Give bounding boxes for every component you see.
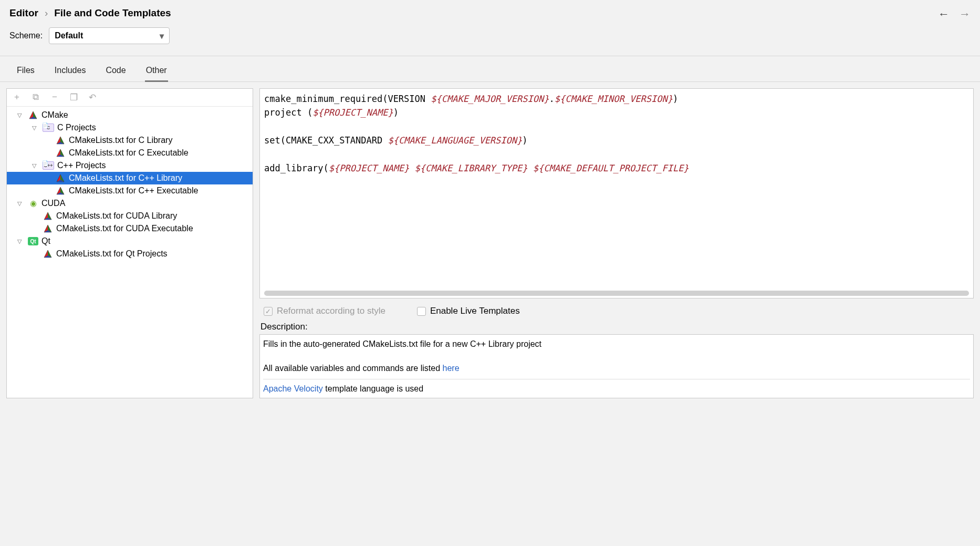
cmake-icon (55, 148, 66, 158)
tab-files[interactable]: Files (16, 63, 36, 81)
live-templates-label: Enable Live Templates (430, 306, 520, 316)
clone-icon[interactable]: ⧉ (31, 92, 40, 103)
tree-label: CMakeLists.txt for CUDA Executable (56, 224, 193, 233)
tree-label: CMakeLists.txt for C Library (69, 136, 172, 145)
tabs: Files Includes Code Other (0, 56, 980, 82)
tree-label: C++ Projects (57, 161, 106, 170)
cmake-icon (43, 249, 53, 259)
cpp-project-icon: 📄C++ (43, 161, 54, 170)
checkbox-icon[interactable] (417, 307, 426, 316)
nvidia-icon: ◉ (28, 199, 38, 208)
revert-icon[interactable]: ↶ (88, 92, 97, 103)
variables-here-link[interactable]: here (443, 364, 460, 373)
description-line2: All available variables and commands are… (263, 362, 970, 374)
tree-label: C Projects (57, 123, 96, 132)
tree-label: Qt (41, 236, 50, 246)
tree-label: CMakeLists.txt for Qt Projects (56, 249, 168, 259)
description-line1: Fills in the auto-generated CMakeLists.t… (263, 338, 970, 350)
template-tree: ▽ CMake ▽ 📄C C Projects CMakeLists.txt f… (7, 107, 253, 262)
tree-node-qt[interactable]: ▽ Qt Qt (7, 235, 253, 248)
nav-forward-icon: → (959, 7, 971, 21)
chevron-down-icon: ▽ (17, 238, 25, 245)
nav-back-icon[interactable]: ← (938, 7, 950, 21)
chevron-down-icon: ▽ (17, 112, 25, 119)
tree-label: CMake (41, 110, 68, 120)
description-label: Description: (259, 322, 974, 334)
tree-item-cuda-executable[interactable]: ▽ CMakeLists.txt for CUDA Executable (7, 222, 253, 235)
cmake-icon (55, 186, 66, 195)
breadcrumb[interactable]: Editor › File and Code Templates (9, 7, 971, 19)
qt-icon: Qt (28, 237, 38, 245)
checkbox-icon (264, 307, 273, 316)
cmake-icon (43, 224, 53, 233)
tree-item-cpp-executable[interactable]: CMakeLists.txt for C++ Executable (7, 184, 253, 197)
tab-other[interactable]: Other (145, 63, 168, 82)
tree-node-cpp-projects[interactable]: ▽ 📄C++ C++ Projects (7, 159, 253, 172)
breadcrumb-page: File and Code Templates (54, 7, 171, 19)
breadcrumb-sep: › (45, 7, 48, 19)
add-icon[interactable]: + (12, 92, 22, 103)
horizontal-scrollbar[interactable] (264, 291, 969, 296)
template-editor[interactable]: cmake_minimum_required(VERSION ${CMAKE_M… (259, 88, 974, 298)
tree-item-cpp-library[interactable]: CMakeLists.txt for C++ Library (7, 172, 253, 184)
tree-label: CMakeLists.txt for C++ Library (69, 173, 182, 183)
scheme-value: Default (55, 31, 83, 40)
remove-icon[interactable]: − (50, 92, 59, 103)
tree-label: CMakeLists.txt for CUDA Library (56, 211, 177, 221)
cmake-icon (43, 211, 53, 221)
tree-label: CUDA (41, 199, 65, 208)
cmake-icon (55, 173, 66, 183)
chevron-down-icon: ▽ (32, 125, 39, 131)
breadcrumb-editor[interactable]: Editor (9, 7, 38, 19)
copy-icon[interactable]: ❐ (69, 92, 78, 103)
tree-item-c-library[interactable]: CMakeLists.txt for C Library (7, 134, 253, 147)
c-project-icon: 📄C (43, 123, 54, 132)
chevron-down-icon: ▽ (17, 200, 25, 207)
tab-code[interactable]: Code (105, 63, 127, 81)
scheme-select[interactable]: Default (49, 27, 170, 44)
template-list-panel: + ⧉ − ❐ ↶ ▽ CMake ▽ 📄C C Projects CMakeL… (6, 88, 253, 398)
description-line3: Apache Velocity template language is use… (263, 383, 970, 395)
tree-node-cmake[interactable]: ▽ CMake (7, 109, 253, 121)
reformat-label: Reformat according to style (277, 306, 385, 316)
reformat-checkbox: Reformat according to style (264, 306, 385, 316)
live-templates-checkbox[interactable]: Enable Live Templates (417, 306, 520, 316)
tree-node-cuda[interactable]: ▽ ◉ CUDA (7, 197, 253, 210)
description-box: Fills in the auto-generated CMakeLists.t… (259, 334, 974, 398)
apache-velocity-link[interactable]: Apache Velocity (263, 384, 323, 393)
cmake-icon (55, 136, 66, 145)
chevron-down-icon: ▽ (32, 162, 39, 169)
tree-item-cuda-library[interactable]: ▽ CMakeLists.txt for CUDA Library (7, 210, 253, 222)
tree-item-qt-projects[interactable]: ▽ CMakeLists.txt for Qt Projects (7, 248, 253, 260)
scheme-label: Scheme: (9, 31, 43, 40)
tab-includes[interactable]: Includes (54, 63, 87, 81)
tree-node-c-projects[interactable]: ▽ 📄C C Projects (7, 121, 253, 134)
tree-label: CMakeLists.txt for C Executable (69, 148, 189, 158)
cmake-icon (28, 110, 38, 120)
tree-item-c-executable[interactable]: CMakeLists.txt for C Executable (7, 147, 253, 159)
tree-label: CMakeLists.txt for C++ Executable (69, 186, 198, 195)
template-toolbar: + ⧉ − ❐ ↶ (7, 89, 253, 107)
